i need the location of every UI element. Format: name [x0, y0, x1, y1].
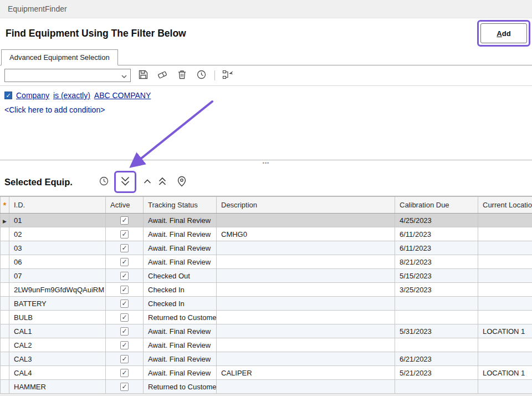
cell-description[interactable]: [217, 255, 395, 269]
condition-checkbox[interactable]: ✓: [4, 92, 12, 99]
delete-filter-button[interactable]: [175, 68, 189, 83]
cell-calibration-due[interactable]: 6/21/2023: [395, 352, 478, 366]
active-checkbox[interactable]: ✓: [120, 341, 129, 349]
cell-current-location[interactable]: [478, 214, 532, 227]
cell-tracking-status[interactable]: Await. Final Review: [144, 255, 217, 269]
filter-preset-combo[interactable]: [4, 69, 131, 82]
table-row[interactable]: CAL2 ✓ Await. Final Review: [1, 338, 532, 352]
table-row[interactable]: CAL4 ✓ Await. Final Review CALIPER 5/21/…: [1, 366, 532, 380]
location-button[interactable]: [175, 175, 189, 189]
cell-tracking-status[interactable]: Await. Final Review: [144, 366, 217, 380]
add-condition-link[interactable]: <Click here to add condition>: [4, 105, 528, 114]
cell-description[interactable]: [217, 269, 395, 283]
cell-calibration-due[interactable]: 6/11/2023: [395, 241, 478, 255]
cell-id[interactable]: 06: [9, 255, 106, 269]
table-row[interactable]: 02 ✓ Await. Final Review CMHG0 6/11/2023: [1, 227, 532, 241]
cell-description[interactable]: [217, 380, 395, 394]
cell-calibration-due[interactable]: 8/21/2023: [395, 255, 478, 269]
cell-current-location[interactable]: [478, 241, 532, 255]
col-header-active[interactable]: Active: [106, 197, 144, 214]
cell-calibration-due[interactable]: [395, 311, 478, 324]
cell-current-location[interactable]: [478, 297, 532, 311]
add-button[interactable]: Add: [480, 23, 527, 43]
cell-id[interactable]: CAL3: [9, 352, 106, 366]
table-row[interactable]: BULB ✓ Returned to Customer: [1, 311, 532, 324]
active-checkbox[interactable]: ✓: [120, 355, 129, 363]
cell-description[interactable]: [217, 283, 395, 297]
table-row[interactable]: HAMMER ✓ Returned to Customer: [1, 380, 532, 394]
cell-id[interactable]: BULB: [9, 311, 106, 324]
col-header-id[interactable]: I.D.: [9, 197, 106, 214]
splitter-handle[interactable]: •••: [0, 160, 532, 168]
table-row[interactable]: 03 ✓ Await. Final Review 6/11/2023: [1, 241, 532, 255]
cell-current-location[interactable]: [478, 227, 532, 241]
cell-description[interactable]: [217, 352, 395, 366]
filter-history-button[interactable]: [194, 68, 208, 83]
cell-id[interactable]: CAL1: [9, 324, 106, 338]
cell-calibration-due[interactable]: 6/11/2023: [395, 227, 478, 241]
active-checkbox[interactable]: ✓: [120, 369, 129, 377]
table-row[interactable]: ▶ 01 ✓ Await. Final Review 4/25/2023: [1, 214, 532, 227]
table-row[interactable]: CAL3 ✓ Await. Final Review 6/21/2023: [1, 352, 532, 366]
cell-current-location[interactable]: [478, 311, 532, 324]
cell-current-location[interactable]: [478, 380, 532, 394]
table-row[interactable]: BATTERY ✓ Checked In: [1, 297, 532, 311]
active-checkbox[interactable]: ✓: [120, 272, 129, 280]
cell-tracking-status[interactable]: Returned to Customer: [144, 380, 217, 394]
cell-tracking-status[interactable]: Await. Final Review: [144, 338, 217, 352]
active-checkbox[interactable]: ✓: [120, 286, 129, 294]
active-checkbox[interactable]: ✓: [120, 313, 129, 322]
cell-id[interactable]: 2LW9unFm9GfdWqQAuiRM: [9, 283, 106, 297]
active-checkbox[interactable]: ✓: [120, 244, 129, 252]
cell-tracking-status[interactable]: Await. Final Review: [144, 227, 217, 241]
cell-current-location[interactable]: LOCATION 1: [478, 366, 532, 380]
cell-tracking-status[interactable]: Await. Final Review: [144, 241, 217, 255]
active-checkbox[interactable]: ✓: [120, 258, 129, 266]
table-row[interactable]: CAL1 ✓ Await. Final Review 5/31/2023 LOC…: [1, 324, 532, 338]
table-row[interactable]: 07 ✓ Checked Out 5/15/2023: [1, 269, 532, 283]
cell-calibration-due[interactable]: 5/15/2023: [395, 269, 478, 283]
col-header-tracking-status[interactable]: Tracking Status: [144, 197, 217, 214]
move-up-button[interactable]: [140, 175, 155, 189]
cell-current-location[interactable]: LOCATION 1: [478, 324, 532, 338]
active-checkbox[interactable]: ✓: [120, 327, 129, 336]
hierarchy-view-button[interactable]: [221, 68, 236, 83]
cell-description[interactable]: [217, 297, 395, 311]
cell-description[interactable]: [217, 338, 395, 352]
active-checkbox[interactable]: ✓: [120, 383, 129, 391]
clear-filter-button[interactable]: [155, 68, 170, 83]
cell-id[interactable]: 02: [9, 227, 106, 241]
condition-value-link[interactable]: ABC COMPANY: [94, 91, 151, 100]
cell-description[interactable]: [217, 241, 395, 255]
cell-current-location[interactable]: [478, 352, 532, 366]
cell-description[interactable]: [217, 214, 395, 227]
cell-calibration-due[interactable]: [395, 338, 478, 352]
col-header-description[interactable]: Description: [217, 197, 395, 214]
cell-id[interactable]: HAMMER: [9, 380, 106, 394]
tab-advanced-equipment-selection[interactable]: Advanced Equipment Selection: [1, 49, 118, 65]
cell-tracking-status[interactable]: Returned to Customer: [144, 311, 217, 324]
table-row[interactable]: 2LW9unFm9GfdWqQAuiRM ✓ Checked In 3/25/2…: [1, 283, 532, 297]
cell-tracking-status[interactable]: Checked In: [144, 297, 217, 311]
cell-id[interactable]: BATTERY: [9, 297, 106, 311]
cell-id[interactable]: 03: [9, 241, 106, 255]
condition-field-link[interactable]: Company: [16, 91, 49, 100]
cell-calibration-due[interactable]: 5/31/2023: [395, 324, 478, 338]
cell-id[interactable]: 01: [9, 214, 106, 227]
cell-description[interactable]: [217, 311, 395, 324]
cell-calibration-due[interactable]: [395, 380, 478, 394]
table-row[interactable]: 06 ✓ Await. Final Review 8/21/2023: [1, 255, 532, 269]
cell-tracking-status[interactable]: Await. Final Review: [144, 352, 217, 366]
cell-tracking-status[interactable]: Await. Final Review: [144, 324, 217, 338]
cell-description[interactable]: CALIPER: [217, 366, 395, 380]
active-checkbox[interactable]: ✓: [120, 216, 129, 225]
move-all-down-button[interactable]: [117, 174, 134, 190]
cell-calibration-due[interactable]: 5/21/2023: [395, 366, 478, 380]
cell-tracking-status[interactable]: Checked In: [144, 283, 217, 297]
cell-id[interactable]: CAL2: [9, 338, 106, 352]
cell-current-location[interactable]: [478, 255, 532, 269]
cell-id[interactable]: CAL4: [9, 366, 106, 380]
col-header-current-location[interactable]: Current Location: [478, 197, 532, 214]
condition-operator-link[interactable]: is (exactly): [53, 91, 90, 100]
cell-description[interactable]: CMHG0: [217, 227, 395, 241]
